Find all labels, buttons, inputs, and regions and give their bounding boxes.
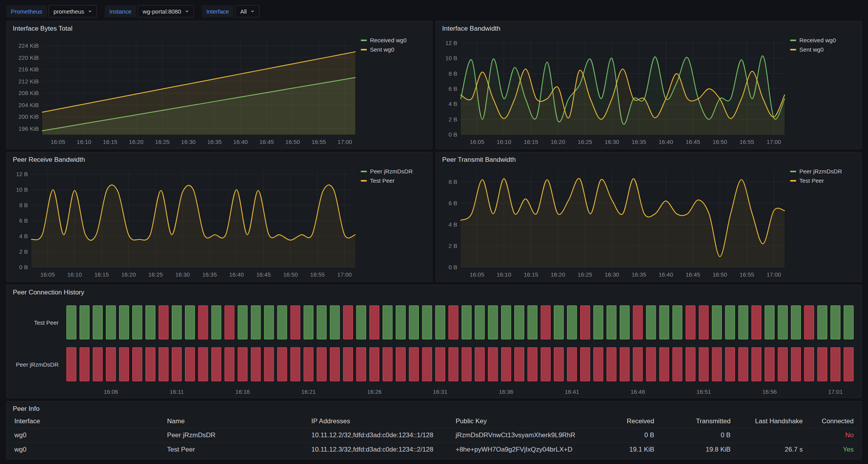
series-color-swatch <box>790 180 796 182</box>
svg-text:208 KiB: 208 KiB <box>18 90 39 96</box>
table-row: wg0 Peer jRzmDsDR 10.11.12.2/32,fdfd:d3a… <box>10 428 858 443</box>
cell-public-key: jRzmDsDRVnwCt13vsyamXherk9L9RhR <box>451 428 587 443</box>
svg-text:16:30: 16:30 <box>181 139 196 145</box>
svg-text:16:10: 16:10 <box>497 139 512 145</box>
series-color-swatch <box>790 171 796 172</box>
svg-text:6 B: 6 B <box>448 85 457 92</box>
svg-text:17:00: 17:00 <box>337 271 352 278</box>
svg-text:212 KiB: 212 KiB <box>18 78 39 85</box>
svg-text:16:25: 16:25 <box>578 139 592 145</box>
legend-label: Received wg0 <box>370 37 406 43</box>
svg-text:16:35: 16:35 <box>632 271 647 278</box>
chevron-down-icon <box>87 9 93 14</box>
status-history-chart[interactable]: 16:0616:1116:1616:2116:2616:3116:3616:41… <box>65 301 855 397</box>
var-select-prometheus[interactable]: prometheus <box>48 5 97 17</box>
legend-item[interactable]: Test Peer <box>790 177 857 184</box>
svg-text:16:45: 16:45 <box>259 139 274 145</box>
var-select-interface[interactable]: All <box>235 5 259 17</box>
svg-text:6 B: 6 B <box>19 217 28 224</box>
cell-name: Test Peer <box>163 443 307 457</box>
svg-text:16:15: 16:15 <box>103 139 118 145</box>
legend-item[interactable]: Received wg0 <box>361 37 427 43</box>
panel-peer-info: Peer Info Interface Name IP Addresses Pu… <box>6 401 862 459</box>
history-row-label: Test Peer <box>7 301 65 343</box>
svg-text:16:06: 16:06 <box>104 388 118 395</box>
legend-item[interactable]: Peer jRzmDsDR <box>790 168 857 175</box>
svg-text:16:16: 16:16 <box>235 388 250 395</box>
svg-text:17:00: 17:00 <box>337 139 352 145</box>
legend-item[interactable]: Peer jRzmDsDR <box>361 168 427 175</box>
column-header-received[interactable]: Received <box>587 415 659 428</box>
series-color-swatch <box>361 171 367 172</box>
legend-item[interactable]: Received wg0 <box>790 37 857 43</box>
legend-item[interactable]: Sent wg0 <box>361 46 427 53</box>
cell-public-key: +8he+pyWH7Oa9g2FVjIxQzy04brLX+D <box>451 443 587 457</box>
svg-text:10 B: 10 B <box>445 55 457 61</box>
svg-text:4 B: 4 B <box>448 221 457 228</box>
var-label-interface: Interface <box>202 5 233 17</box>
legend-label: Test Peer <box>370 177 394 184</box>
cell-interface: wg0 <box>10 428 163 443</box>
legend-label: Peer jRzmDsDR <box>799 168 842 175</box>
var-group-prometheus: Prometheus prometheus <box>6 5 97 17</box>
svg-text:16:31: 16:31 <box>433 388 448 395</box>
column-header-connected[interactable]: Connected <box>807 415 858 428</box>
svg-text:2 B: 2 B <box>19 248 28 255</box>
panel-title[interactable]: Interface Bandwidth <box>436 21 861 35</box>
column-header-name[interactable]: Name <box>163 415 307 428</box>
var-value-text: wg-portal:8080 <box>143 8 181 15</box>
legend: Peer jRzmDsDR Test Peer <box>788 166 857 280</box>
legend-label: Test Peer <box>799 177 824 184</box>
panel-title[interactable]: Interface Bytes Total <box>7 21 432 35</box>
var-select-instance[interactable]: wg-portal:8080 <box>138 5 194 17</box>
time-series-chart[interactable]: 0 B2 B4 B6 B8 B10 B12 B16:0516:1016:1516… <box>439 35 788 147</box>
svg-text:16:51: 16:51 <box>697 388 711 395</box>
panel-interface-bandwidth: Interface Bandwidth 0 B2 B4 B6 B8 B10 B1… <box>436 21 862 149</box>
svg-text:16:10: 16:10 <box>67 271 82 278</box>
svg-text:200 KiB: 200 KiB <box>18 113 39 120</box>
svg-text:16:20: 16:20 <box>129 139 144 145</box>
svg-text:16:55: 16:55 <box>310 271 325 278</box>
svg-text:16:55: 16:55 <box>311 139 326 145</box>
legend-label: Received wg0 <box>799 37 836 43</box>
svg-text:16:40: 16:40 <box>659 139 673 145</box>
legend: Received wg0 Sent wg0 <box>788 35 857 147</box>
var-label-prometheus: Prometheus <box>6 5 47 17</box>
svg-text:16:45: 16:45 <box>686 139 700 145</box>
var-group-interface: Interface All <box>202 5 259 17</box>
column-header-ip-addresses[interactable]: IP Addresses <box>307 415 451 428</box>
svg-text:204 KiB: 204 KiB <box>18 102 39 108</box>
legend: Received wg0 Sent wg0 <box>358 35 427 147</box>
var-group-instance: Instance wg-portal:8080 <box>105 5 194 17</box>
cell-last-handshake <box>735 428 807 443</box>
cell-last-handshake: 26.7 s <box>735 443 807 457</box>
svg-text:16:05: 16:05 <box>470 271 484 278</box>
column-header-last-handshake[interactable]: Last Handshake <box>735 415 807 428</box>
svg-text:16:26: 16:26 <box>367 388 382 395</box>
cell-ip-addresses: 10.11.12.2/32,fdfd:d3ad:c0de:1234::1/128 <box>307 428 451 443</box>
panel-title[interactable]: Peer Connection History <box>7 285 861 298</box>
panel-title[interactable]: Peer Info <box>7 402 861 415</box>
svg-text:16:25: 16:25 <box>148 271 163 278</box>
panel-title[interactable]: Peer Receive Bandwidth <box>7 152 432 166</box>
svg-text:16:30: 16:30 <box>175 271 190 278</box>
svg-text:16:46: 16:46 <box>631 388 645 395</box>
time-series-chart[interactable]: 0 B2 B4 B6 B8 B10 B12 B16:0516:1016:1516… <box>10 166 358 280</box>
column-header-transmitted[interactable]: Transmitted <box>659 415 735 428</box>
time-series-chart[interactable]: 196 KiB200 KiB204 KiB208 KiB212 KiB216 K… <box>10 35 358 147</box>
svg-text:16:50: 16:50 <box>712 271 727 278</box>
legend-item[interactable]: Test Peer <box>361 177 427 184</box>
svg-text:10 B: 10 B <box>16 186 28 193</box>
column-header-public-key[interactable]: Public Key <box>451 415 587 428</box>
svg-text:16:35: 16:35 <box>632 139 647 145</box>
svg-text:16:05: 16:05 <box>51 139 66 145</box>
column-header-interface[interactable]: Interface <box>10 415 163 428</box>
svg-text:4 B: 4 B <box>19 233 28 239</box>
svg-text:216 KiB: 216 KiB <box>18 66 39 73</box>
legend: Peer jRzmDsDR Test Peer <box>358 166 427 280</box>
time-series-chart[interactable]: 0 B2 B4 B6 B8 B16:0516:1016:1516:2016:25… <box>439 166 788 280</box>
svg-text:16:35: 16:35 <box>202 271 217 278</box>
legend-item[interactable]: Sent wg0 <box>790 46 857 53</box>
panel-title[interactable]: Peer Transmit Bandwidth <box>436 152 861 166</box>
history-row-labels: Test Peer Peer jRzmDsDR <box>7 301 65 397</box>
